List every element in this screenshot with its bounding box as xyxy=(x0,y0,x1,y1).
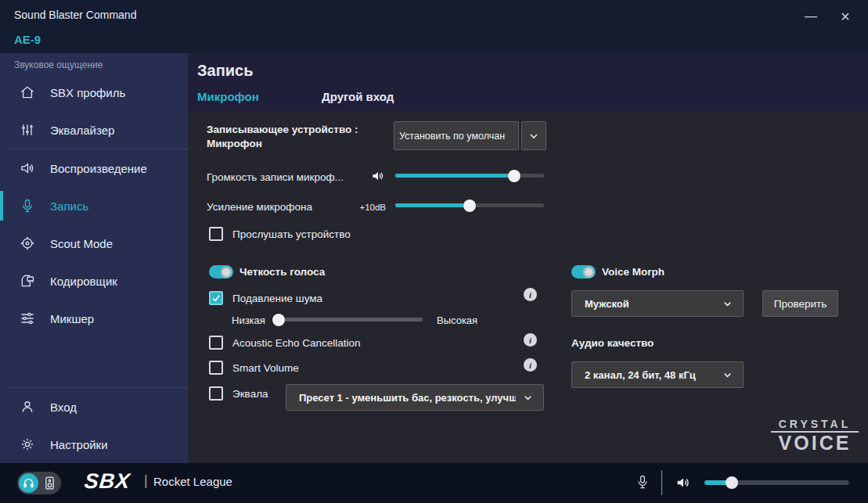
sidebar-item-label: Воспроизведение xyxy=(50,162,147,175)
listen-device-label: Прослушать устройство xyxy=(232,228,351,240)
noise-reduction-slider[interactable] xyxy=(274,318,423,322)
recording-device-dropdown-chevron[interactable] xyxy=(521,121,546,150)
sidebar-item-encoder[interactable]: Кодировщик xyxy=(0,262,188,300)
voice-morph-toggle[interactable] xyxy=(571,265,596,278)
headphones-icon[interactable] xyxy=(19,473,38,493)
speaker-icon xyxy=(19,160,36,177)
sidebar-item-label: SBX профиль xyxy=(50,86,125,99)
sidebar-item-label: Запись xyxy=(50,199,88,213)
sidebar-item-label: Вход xyxy=(50,401,77,414)
sidebar: Звуковое ощущение SBX профиль Эквалайзер… xyxy=(0,53,188,463)
sidebar-item-label: Scout Mode xyxy=(50,237,113,250)
tab-microphone[interactable]: Микрофон xyxy=(197,90,259,103)
bottombar-divider xyxy=(661,470,662,495)
sidebar-item-label: Настройки xyxy=(50,438,108,451)
window-controls: — ✕ xyxy=(799,5,857,28)
listen-device-checkbox[interactable] xyxy=(209,227,223,241)
sidebar-item-label: Кодировщик xyxy=(50,275,117,288)
master-volume-slider-thumb[interactable] xyxy=(726,476,738,489)
content-panel: Записывающее устройство : Микрофон Устан… xyxy=(188,111,868,463)
noise-reduction-slider-thumb[interactable] xyxy=(272,314,285,326)
sidebar-item-recording[interactable]: Запись xyxy=(0,187,188,225)
recording-device-dropdown[interactable]: Установить по умолчан xyxy=(394,121,519,150)
minimize-icon[interactable]: — xyxy=(799,5,823,28)
mic-volume-slider[interactable] xyxy=(395,174,544,178)
noise-low-label: Низкая xyxy=(232,314,265,326)
mic-volume-slider-thumb[interactable] xyxy=(508,170,520,182)
voice-morph-dropdown[interactable]: Мужской xyxy=(571,290,744,317)
chevron-down-icon xyxy=(722,298,733,310)
user-icon xyxy=(19,398,36,415)
smart-volume-checkbox[interactable] xyxy=(209,361,223,375)
info-icon[interactable]: i xyxy=(524,358,537,372)
smart-volume-label: Smart Volume xyxy=(232,362,299,374)
acoustic-echo-label: Acoustic Echo Cancellation xyxy=(232,337,361,349)
sidebar-section-label: Звуковое ощущение xyxy=(0,53,188,74)
chevron-down-icon xyxy=(722,369,733,381)
mic-volume-label: Громкость записи микроф... xyxy=(207,171,344,183)
page-title: Запись xyxy=(197,62,253,80)
chevron-down-icon xyxy=(528,130,540,142)
voice-morph-label: Voice Morph xyxy=(602,266,665,278)
sidebar-item-label: Микшер xyxy=(50,312,94,325)
noise-reduction-label: Подавление шума xyxy=(232,293,322,304)
equalizer-icon xyxy=(19,121,36,138)
sidebar-item-login[interactable]: Вход xyxy=(0,388,188,426)
voice-clarity-toggle[interactable] xyxy=(209,265,233,278)
sbx-logo: SBX xyxy=(83,469,131,494)
microphone-icon xyxy=(19,197,36,214)
noise-high-label: Высокая xyxy=(437,314,477,326)
main-header: Запись Микрофон Другой вход xyxy=(188,53,868,111)
acoustic-echo-checkbox[interactable] xyxy=(209,336,223,350)
sidebar-spacer xyxy=(0,337,188,387)
close-icon[interactable]: ✕ xyxy=(834,5,857,28)
equalizer-preset-dropdown[interactable]: Пресет 1 - уменьшить бас, резкость, улуч… xyxy=(286,384,544,411)
recording-device-label: Записывающее устройство : Микрофон xyxy=(207,123,358,151)
titlebar: Sound Blaster Command AE-9 — ✕ xyxy=(0,0,868,53)
app-title: Sound Blaster Command xyxy=(14,9,136,21)
audio-quality-dropdown[interactable]: 2 канал, 24 бит, 48 кГц xyxy=(571,361,744,388)
info-icon[interactable]: i xyxy=(524,288,537,301)
sidebar-item-mixer[interactable]: Микшер xyxy=(0,300,188,337)
sidebar-item-scout-mode[interactable]: Scout Mode xyxy=(0,225,188,262)
equalizer-label: Эквала xyxy=(232,388,268,400)
master-volume-speaker-icon[interactable] xyxy=(673,472,693,493)
separator: | xyxy=(144,472,148,489)
mic-gain-label: Усиление микрофона xyxy=(207,201,312,213)
output-switch[interactable] xyxy=(17,472,61,494)
sidebar-item-equalizer[interactable]: Эквалайзер xyxy=(0,111,188,149)
sidebar-item-sbx-profile[interactable]: SBX профиль xyxy=(0,74,188,111)
active-profile-name: Rocket League xyxy=(153,475,232,488)
voice-morph-test-button[interactable]: Проверить xyxy=(762,290,838,317)
sidebar-item-label: Эквалайзер xyxy=(50,124,114,137)
master-volume-slider[interactable] xyxy=(704,480,849,485)
scout-icon xyxy=(19,235,36,252)
mixer-icon xyxy=(19,310,36,327)
mic-gain-slider-thumb[interactable] xyxy=(463,199,476,212)
sidebar-item-settings[interactable]: Настройки xyxy=(0,426,188,463)
chevron-down-icon xyxy=(522,392,534,404)
tab-other-input[interactable]: Другой вход xyxy=(322,90,394,103)
voice-clarity-label: Четкость голоса xyxy=(240,266,325,278)
mic-gain-value: +10dB xyxy=(348,203,386,212)
info-icon[interactable]: i xyxy=(524,333,537,347)
microphone-mute-icon[interactable] xyxy=(634,471,651,494)
gear-icon xyxy=(19,436,36,453)
speakers-icon[interactable] xyxy=(38,476,61,490)
noise-reduction-checkbox[interactable] xyxy=(209,291,223,305)
device-name: AE-9 xyxy=(14,33,41,46)
equalizer-checkbox[interactable] xyxy=(209,386,223,401)
audio-quality-label: Аудио качество xyxy=(571,337,654,349)
crystal-voice-logo: CRYSTAL VOICE xyxy=(771,418,859,453)
home-icon xyxy=(19,84,36,101)
encoder-icon xyxy=(19,272,36,289)
sidebar-item-playback[interactable]: Воспроизведение xyxy=(0,149,188,187)
mic-gain-slider[interactable] xyxy=(395,203,544,207)
speaker-mute-icon[interactable] xyxy=(369,168,387,184)
